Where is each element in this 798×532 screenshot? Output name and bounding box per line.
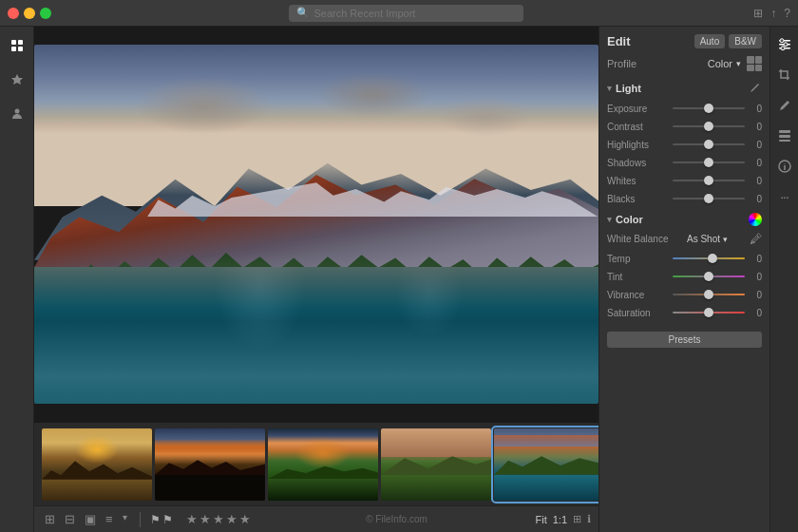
wb-chevron-icon: ▾ <box>723 235 728 244</box>
slider-value-highlights: 0 <box>749 140 762 150</box>
profile-label: Profile <box>607 58 636 69</box>
tool-sliders[interactable] <box>774 34 795 55</box>
slider-value-temp: 0 <box>749 254 762 264</box>
filmstrip <box>34 422 598 505</box>
svg-point-4 <box>14 109 19 114</box>
center-content: ⊞ ⊟ ▣ ≡ ▾ ⚑ ⚑ ★ ★ ★ ★ ★ © FileInfo.com F… <box>34 27 598 532</box>
close-button[interactable] <box>8 8 19 19</box>
star-1[interactable]: ★ <box>186 512 198 526</box>
slider-saturation[interactable] <box>673 306 745 319</box>
slider-value-whites: 0 <box>749 176 762 186</box>
photo-snow <box>34 174 598 217</box>
help-icon[interactable]: ? <box>784 7 790 20</box>
ratio-label[interactable]: 1:1 <box>553 514 567 525</box>
slider-row-saturation: Saturation 0 <box>607 306 762 319</box>
profile-value[interactable]: Color ▾ <box>708 58 741 69</box>
slider-row-whites: Whites 0 <box>607 174 762 187</box>
color-section-header[interactable]: ▾ Color <box>607 213 762 226</box>
eyedropper-icon[interactable]: 🖉 <box>750 232 762 246</box>
profile-grid-button[interactable] <box>747 56 762 71</box>
slider-value-saturation: 0 <box>749 308 762 318</box>
image-area <box>34 27 598 422</box>
svg-rect-13 <box>779 140 790 142</box>
color-section-title: ▾ Color <box>607 214 643 225</box>
main-area: ⊞ ⊟ ▣ ≡ ▾ ⚑ ⚑ ★ ★ ★ ★ ★ © FileInfo.com F… <box>0 27 798 532</box>
star-rating: ★ ★ ★ ★ ★ <box>186 512 251 526</box>
tool-info[interactable] <box>774 156 795 177</box>
tool-panels[interactable] <box>774 125 795 146</box>
sidebar-icon-grid[interactable] <box>6 34 28 57</box>
presets-button[interactable]: Presets <box>607 332 762 348</box>
slider-label-contrast: Contrast <box>607 122 669 132</box>
tool-crop[interactable] <box>774 65 795 86</box>
list-view-icon[interactable]: ≡ <box>103 511 116 527</box>
titlebar-icons: ⊞ ↑ ? <box>753 7 790 20</box>
color-mode-dot[interactable] <box>749 213 762 226</box>
slider-row-blacks: Blacks 0 <box>607 192 762 205</box>
panel-header: Edit Auto B&W <box>607 34 762 48</box>
flag-icon-1[interactable]: ⚑ <box>150 513 161 526</box>
share-icon[interactable]: ↑ <box>770 7 776 20</box>
bottom-bar: ⊞ ⊟ ▣ ≡ ▾ ⚑ ⚑ ★ ★ ★ ★ ★ © FileInfo.com F… <box>34 505 598 532</box>
thumbnail-1[interactable] <box>42 428 152 501</box>
photo-lake-reflection <box>34 267 598 349</box>
single-view-icon[interactable]: ▣ <box>82 511 99 527</box>
slider-row-contrast: Contrast 0 <box>607 120 762 133</box>
titlebar: 🔍 ⊞ ↑ ? <box>0 0 798 27</box>
tiles-view-icon[interactable]: ⊟ <box>62 511 78 527</box>
search-bar[interactable]: 🔍 <box>289 5 522 22</box>
slider-label-vibrance: Vibrance <box>607 290 669 300</box>
slider-temp[interactable] <box>673 252 745 265</box>
slider-value-vibrance: 0 <box>749 290 762 300</box>
sidebar-icon-library[interactable] <box>6 68 28 91</box>
slider-tint[interactable] <box>673 270 745 283</box>
thumbnail-2[interactable] <box>155 428 265 501</box>
slider-row-vibrance: Vibrance 0 <box>607 288 762 301</box>
search-input[interactable] <box>314 8 515 19</box>
filter-icon[interactable]: ⊞ <box>753 7 763 20</box>
auto-button[interactable]: Auto <box>694 34 726 48</box>
thumbnail-4[interactable] <box>381 428 491 501</box>
star-4[interactable]: ★ <box>226 512 238 526</box>
star-2[interactable]: ★ <box>200 512 211 526</box>
slider-row-temp: Temp 0 <box>607 252 762 265</box>
slider-blacks[interactable] <box>673 192 745 205</box>
slider-whites[interactable] <box>673 174 745 187</box>
slider-vibrance[interactable] <box>673 288 745 301</box>
thumbnail-3[interactable] <box>268 428 378 501</box>
grid-view-icon[interactable]: ⊞ <box>42 511 58 527</box>
light-section-edit-btn[interactable] <box>747 81 762 96</box>
wb-value[interactable]: As Shot ▾ <box>687 234 728 244</box>
slider-label-temp: Temp <box>607 254 669 264</box>
svg-point-8 <box>780 39 784 43</box>
thumbnail-5[interactable] <box>494 428 598 501</box>
flag-icon-2[interactable]: ⚑ <box>162 513 173 526</box>
star-3[interactable]: ★ <box>213 512 224 526</box>
expand-icon[interactable]: ⊞ <box>573 513 581 525</box>
slider-highlights[interactable] <box>673 138 745 151</box>
bw-button[interactable]: B&W <box>729 34 762 48</box>
sort-icon[interactable]: ▾ <box>120 511 130 527</box>
slider-value-blacks: 0 <box>749 194 762 204</box>
sidebar-icon-people[interactable] <box>6 103 28 125</box>
maximize-button[interactable] <box>40 8 51 19</box>
slider-row-shadows: Shadows 0 <box>607 156 762 169</box>
slider-exposure[interactable] <box>673 102 745 115</box>
minimize-button[interactable] <box>24 8 35 19</box>
star-5[interactable]: ★ <box>239 512 251 526</box>
slider-label-blacks: Blacks <box>607 194 669 204</box>
photo-lake <box>34 267 598 404</box>
edit-panel: Edit Auto B&W Profile Color ▾ <box>599 27 770 532</box>
slider-shadows[interactable] <box>673 156 745 169</box>
svg-rect-3 <box>18 47 23 51</box>
tool-more[interactable]: ··· <box>774 186 795 207</box>
light-section-header[interactable]: ▾ Light <box>607 81 762 96</box>
slider-label-whites: Whites <box>607 176 669 186</box>
search-icon: 🔍 <box>296 7 310 19</box>
info-icon[interactable]: ℹ <box>587 513 591 525</box>
slider-label-exposure: Exposure <box>607 104 669 114</box>
right-panel: Edit Auto B&W Profile Color ▾ <box>598 27 798 532</box>
slider-contrast[interactable] <box>673 120 745 133</box>
fit-label[interactable]: Fit <box>535 514 546 525</box>
tool-brush[interactable] <box>774 95 795 116</box>
